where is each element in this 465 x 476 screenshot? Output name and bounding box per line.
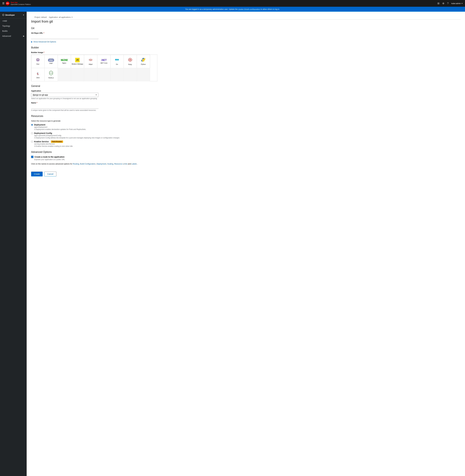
build-configuration-link[interactable]: Build Configuration bbox=[80, 163, 95, 165]
knative-desc: A Knative Service enables scaling to zer… bbox=[34, 145, 461, 147]
builder-card-net-core[interactable]: .NET .NET Core bbox=[97, 55, 110, 68]
application-label: Application bbox=[31, 90, 461, 92]
builder-card-empty-6 bbox=[124, 68, 137, 81]
builder-card-empty-1 bbox=[58, 68, 71, 81]
redhat-logo-icon: RH bbox=[6, 1, 10, 5]
deployment-desc: A Deployment enables declarative updates… bbox=[34, 128, 461, 130]
general-section: General Application django-ex-git-app ▼ … bbox=[31, 85, 461, 111]
httpd-label: Httpd bbox=[89, 64, 92, 65]
links-suffix: . bbox=[137, 163, 138, 165]
nginx-label: Nginx bbox=[62, 62, 66, 64]
svg-point-5 bbox=[38, 59, 38, 60]
sidebar-item-topology[interactable]: Topology bbox=[0, 23, 27, 29]
required-star-name: * bbox=[37, 102, 37, 104]
name-label: Name * bbox=[31, 102, 461, 104]
resource-option-deployment: Deployment apps/Deployment A Deployment … bbox=[31, 124, 461, 130]
resources-radio-group: Deployment apps/Deployment A Deployment … bbox=[31, 124, 461, 147]
sidebar-item-builds[interactable]: Builds bbox=[0, 29, 27, 33]
oauth-config-link[interactable]: cluster OAuth configuration bbox=[238, 8, 260, 10]
perspective-chevron-icon: ▼ bbox=[23, 14, 24, 16]
svg-point-15 bbox=[144, 61, 144, 61]
advanced-git-chevron-icon: ▶ bbox=[31, 41, 32, 43]
banner-text-after: to allow others to log in. bbox=[261, 8, 280, 10]
create-route-helper: Exposes your application at a public URL bbox=[34, 159, 102, 161]
cancel-button[interactable]: Cancel bbox=[44, 172, 56, 176]
nginx-icon: NGINX bbox=[61, 59, 68, 61]
hamburger-icon[interactable]: ☰ bbox=[2, 2, 4, 5]
knative-label[interactable]: Knative Service bbox=[34, 141, 49, 143]
deployment-radio[interactable] bbox=[31, 124, 33, 126]
application-select-wrap: django-ex-git-app ▼ bbox=[31, 93, 98, 97]
builder-card-httpd[interactable]: httpd Httpd bbox=[84, 55, 97, 68]
builder-card-empty-2 bbox=[71, 68, 84, 81]
app-layout: ⬡ Developer ▼ +Add Topology Builds Advan… bbox=[0, 12, 465, 476]
help-icon[interactable]: ? bbox=[447, 2, 449, 5]
user-chevron-icon: ▼ bbox=[461, 3, 463, 4]
js-icon: JS bbox=[75, 58, 80, 62]
builder-card-modern-webapp[interactable]: JS Modern Webapp bbox=[71, 55, 84, 68]
builder-card-go[interactable]: Go Go bbox=[110, 55, 124, 68]
deployment-config-radio[interactable] bbox=[31, 132, 33, 134]
builder-card-nodejs[interactable]: node Node.js bbox=[44, 68, 58, 81]
php-label: PHP bbox=[50, 63, 53, 64]
resource-limits-link[interactable]: Resource Limits bbox=[114, 163, 127, 165]
advanced-options-title: Advanced Options bbox=[31, 151, 461, 153]
brand-openshift: OpenShift Container Platform bbox=[11, 3, 31, 5]
application-select[interactable]: django-ex-git-app bbox=[31, 93, 98, 97]
php-icon: php bbox=[48, 58, 54, 62]
builder-card-empty-7 bbox=[137, 68, 150, 81]
plus-icon[interactable]: ⊕ bbox=[442, 2, 444, 5]
builder-card-php[interactable]: php PHP bbox=[44, 55, 58, 68]
links-prefix: Click on the names to access advanced op… bbox=[31, 163, 73, 165]
app-selector[interactable]: Application: all applications ▼ bbox=[49, 16, 73, 18]
net-icon: .NET bbox=[101, 59, 106, 61]
java-label: Java bbox=[36, 77, 39, 78]
perspective-switcher[interactable]: ⬡ Developer ▼ bbox=[0, 12, 27, 18]
routing-link[interactable]: Routing bbox=[73, 163, 79, 165]
java-icon bbox=[36, 71, 40, 76]
create-route-checkbox[interactable] bbox=[31, 156, 33, 158]
builder-card-python[interactable]: Python bbox=[137, 55, 150, 68]
nodejs-label: Node.js bbox=[48, 77, 53, 79]
go-label: Go bbox=[116, 64, 118, 65]
sidebar-item-add[interactable]: +Add bbox=[0, 18, 27, 23]
httpd-icon: httpd bbox=[88, 58, 93, 63]
builder-card-java[interactable]: Java bbox=[31, 68, 45, 81]
resources-desc: Select the resource type to generate bbox=[31, 120, 461, 122]
resources-section-title: Resources bbox=[31, 115, 461, 118]
create-button[interactable]: Create bbox=[31, 172, 43, 176]
resource-option-deployment-config: Deployment Config apps.openshift.io/Depl… bbox=[31, 132, 461, 139]
git-section: Git Git Repo URL * ▶ Show Advanced Git O… bbox=[31, 27, 461, 43]
project-selector[interactable]: Project: default bbox=[34, 16, 47, 18]
deployment-config-desc: A Deployment Config defines the template… bbox=[34, 137, 461, 139]
svg-text:node: node bbox=[50, 72, 53, 74]
top-nav-actions: ⊞ ⊕ ? kube:admin ▼ bbox=[437, 2, 463, 5]
builder-card-ruby[interactable]: Ruby bbox=[124, 55, 137, 68]
username: kube:admin bbox=[451, 2, 461, 4]
user-menu[interactable]: kube:admin ▼ bbox=[451, 2, 463, 4]
labels-link[interactable]: Labels bbox=[131, 163, 137, 165]
name-helper: A unique name given to the component tha… bbox=[31, 109, 98, 111]
git-repo-url-input[interactable] bbox=[31, 35, 98, 39]
grid-icon[interactable]: ⊞ bbox=[437, 2, 439, 5]
advanced-git-toggle[interactable]: ▶ Show Advanced Git Options bbox=[31, 41, 461, 43]
sidebar-item-advanced[interactable]: Advanced ▶ bbox=[0, 33, 27, 39]
svg-text:Go: Go bbox=[116, 59, 118, 60]
builder-section-title: Builder bbox=[31, 46, 461, 49]
create-route-label[interactable]: Create a route to the application bbox=[34, 156, 64, 158]
builder-card-perl[interactable]: Perl bbox=[31, 55, 45, 68]
builder-card-nginx[interactable]: NGINX Nginx bbox=[58, 55, 71, 68]
create-route-row: Create a route to the application bbox=[31, 156, 461, 158]
modern-webapp-label: Modern Webapp bbox=[72, 63, 83, 65]
svg-text:httpd: httpd bbox=[89, 59, 92, 61]
builder-card-empty-5 bbox=[110, 68, 124, 81]
knative-radio[interactable] bbox=[31, 141, 33, 142]
advanced-arrow-icon: ▶ bbox=[23, 35, 24, 37]
deployment-link[interactable]: Deployment bbox=[96, 163, 106, 165]
builder-card-empty-4 bbox=[97, 68, 110, 81]
name-input[interactable] bbox=[31, 105, 98, 109]
svg-point-14 bbox=[143, 58, 143, 59]
deployment-config-label[interactable]: Deployment Config bbox=[34, 132, 52, 134]
deployment-label[interactable]: Deployment bbox=[34, 124, 45, 126]
scaling-link[interactable]: Scaling bbox=[107, 163, 113, 165]
